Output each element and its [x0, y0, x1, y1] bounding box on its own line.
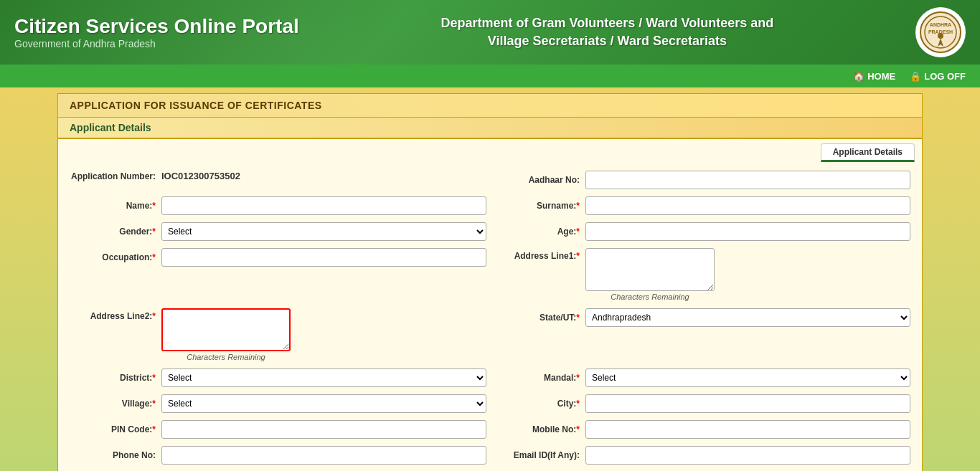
col-aadhaar: Aadhaar No:: [494, 171, 910, 189]
name-input[interactable]: [161, 196, 486, 215]
mobile-input[interactable]: [585, 420, 910, 439]
col-state: State/UT:* Andhrapradesh Telangana Other…: [494, 308, 910, 327]
form-row-phone: Phone No: Email ID(If Any):: [70, 446, 910, 465]
application-number-value: IOC012300753502: [161, 171, 240, 181]
chars-remaining-addr2: Characters Remaining: [161, 353, 291, 361]
address-line1-textarea[interactable]: [585, 248, 715, 291]
logoff-link[interactable]: 🔒 LOG OFF: [910, 71, 966, 82]
page-section-title: APPLICATION FOR ISSUANCE OF CERTIFICATES: [58, 94, 922, 118]
col-gender: Gender:* Select Male Female Other: [70, 222, 486, 241]
age-label: Age:*: [494, 227, 580, 237]
state-emblem: ANDHRA PRADESH: [915, 7, 966, 57]
address-line1-label: Address Line1:*: [494, 248, 580, 261]
city-input[interactable]: [585, 394, 910, 413]
mandal-label: Mandal:*: [494, 373, 580, 383]
chars-remaining-addr1: Characters Remaining: [585, 292, 715, 301]
form-row-district: District:* Select Mandal:* Select: [70, 368, 910, 387]
gender-label: Gender:*: [70, 227, 156, 237]
col-surname: Surname:*: [494, 196, 910, 215]
mandal-select[interactable]: Select: [585, 368, 910, 387]
applicant-form: Application Number: IOC012300753502 Aadh…: [58, 162, 922, 471]
surname-input[interactable]: [585, 196, 910, 215]
surname-label: Surname:*: [494, 201, 580, 211]
email-input[interactable]: [585, 446, 910, 465]
pincode-input[interactable]: [161, 420, 486, 439]
address-line2-label: Address Line2:*: [70, 308, 156, 321]
form-row-appno: Application Number: IOC012300753502 Aadh…: [70, 171, 910, 189]
header-branding: Citizen Services Online Portal Governmen…: [14, 15, 299, 49]
form-row-name: Name:* Surname:*: [70, 196, 910, 215]
form-row-village: Village:* Select City:*: [70, 394, 910, 413]
occupation-input[interactable]: [161, 248, 486, 267]
col-occupation: Occupation:*: [70, 248, 486, 267]
col-address2: Address Line2:* Characters Remaining: [70, 308, 486, 361]
state-label: State/UT:*: [494, 313, 580, 323]
applicant-details-header: Applicant Details: [58, 118, 922, 139]
form-row-pincode: PIN Code:* Mobile No:*: [70, 420, 910, 439]
svg-text:ANDHRA: ANDHRA: [930, 22, 951, 27]
district-label: District:*: [70, 373, 156, 383]
lock-icon: 🔒: [910, 71, 921, 82]
col-mandal: Mandal:* Select: [494, 368, 910, 387]
aadhaar-input[interactable]: [585, 171, 910, 189]
col-appno: Application Number: IOC012300753502: [70, 171, 486, 181]
city-label: City:*: [494, 399, 580, 409]
col-district: District:* Select: [70, 368, 486, 387]
home-icon: 🏠: [853, 71, 864, 82]
form-row-gender: Gender:* Select Male Female Other Age:*: [70, 222, 910, 241]
portal-title: Citizen Services Online Portal: [14, 15, 299, 38]
navbar: 🏠 HOME 🔒 LOG OFF: [0, 65, 980, 87]
form-row-address2: Address Line2:* Characters Remaining Sta…: [70, 308, 910, 361]
svg-point-5: [938, 33, 943, 39]
pincode-label: PIN Code:*: [70, 424, 156, 434]
col-address1: Address Line1:* Characters Remaining: [494, 248, 910, 301]
village-select[interactable]: Select: [161, 394, 486, 413]
gender-select[interactable]: Select Male Female Other: [161, 222, 486, 241]
col-phone: Phone No:: [70, 446, 486, 465]
email-label: Email ID(If Any):: [494, 450, 580, 460]
aadhaar-label: Aadhaar No:: [494, 175, 580, 185]
address-line1-block: Characters Remaining: [585, 248, 715, 301]
village-label: Village:*: [70, 399, 156, 409]
home-link[interactable]: 🏠 HOME: [853, 71, 895, 82]
name-label: Name:*: [70, 201, 156, 211]
portal-subtitle: Government of Andhra Pradesh: [14, 38, 299, 49]
col-city: City:*: [494, 394, 910, 413]
col-pincode: PIN Code:*: [70, 420, 486, 439]
mobile-label: Mobile No:*: [494, 424, 580, 434]
address-line2-block: Characters Remaining: [161, 308, 291, 361]
age-input[interactable]: [585, 222, 910, 241]
form-row-occupation: Occupation:* Address Line1:* Characters …: [70, 248, 910, 301]
district-select[interactable]: Select: [161, 368, 486, 387]
phone-label: Phone No:: [70, 450, 156, 460]
occupation-label: Occupation:*: [70, 252, 156, 262]
applicant-details-tab[interactable]: Applicant Details: [821, 143, 915, 162]
col-village: Village:* Select: [70, 394, 486, 413]
phone-input[interactable]: [161, 446, 486, 465]
col-name: Name:*: [70, 196, 486, 215]
tab-container: Applicant Details: [58, 139, 922, 162]
col-email: Email ID(If Any):: [494, 446, 910, 465]
header-department: Department of Gram Volunteers / Ward Vol…: [441, 14, 774, 50]
col-mobile: Mobile No:*: [494, 420, 910, 439]
state-select[interactable]: Andhrapradesh Telangana Others: [585, 308, 910, 327]
application-number-label: Application Number:: [70, 171, 156, 181]
col-age: Age:*: [494, 222, 910, 241]
site-header: Citizen Services Online Portal Governmen…: [0, 0, 980, 65]
address-line2-textarea[interactable]: [161, 308, 291, 351]
